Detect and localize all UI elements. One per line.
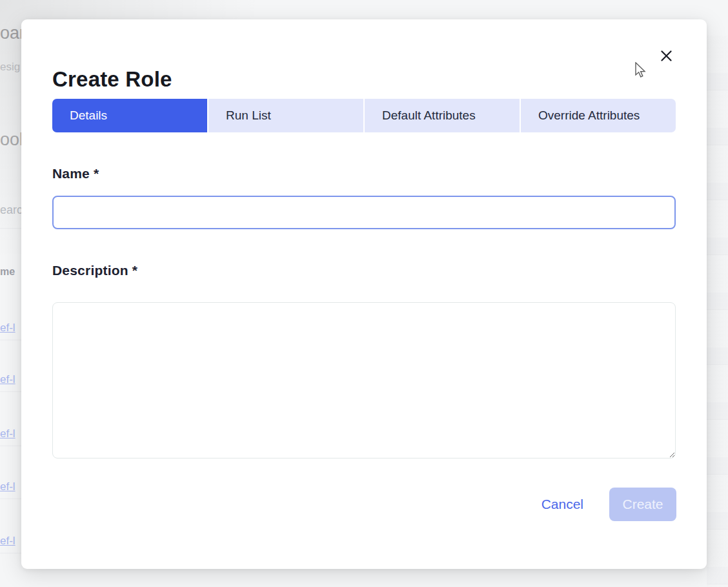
table-row-divider <box>0 553 21 553</box>
modal-tabs: Details Run List Default Attributes Over… <box>52 99 676 132</box>
description-textarea[interactable] <box>52 302 676 458</box>
background-row-link: ef-l <box>0 373 15 386</box>
close-button[interactable] <box>657 48 675 66</box>
tab-run-list[interactable]: Run List <box>208 99 363 132</box>
modal-title: Create Role <box>52 67 172 92</box>
table-row-divider <box>0 340 21 340</box>
background-table-rows-strip <box>707 36 728 587</box>
tab-override-attributes[interactable]: Override Attributes <box>521 99 676 132</box>
tab-details[interactable]: Details <box>52 99 207 132</box>
name-input[interactable] <box>52 196 676 229</box>
cancel-button[interactable]: Cancel <box>541 497 583 512</box>
table-row-divider <box>0 391 21 392</box>
table-row-divider <box>0 228 21 229</box>
background-row-link: ef-l <box>0 535 15 548</box>
table-row-divider <box>0 499 21 499</box>
background-row-link: ef-l <box>0 427 15 440</box>
background-subheading-fragment: esig <box>0 61 20 74</box>
background-row-link: ef-l <box>0 480 15 493</box>
modal-footer: Cancel Create <box>541 488 676 521</box>
close-icon <box>661 50 672 63</box>
table-row-divider <box>0 446 21 446</box>
background-column-header-fragment: me <box>0 266 15 278</box>
tab-default-attributes[interactable]: Default Attributes <box>365 99 520 132</box>
name-label: Name * <box>52 166 99 181</box>
create-button[interactable]: Create <box>609 488 676 521</box>
create-role-modal: Create Role Details Run List Default Att… <box>21 19 707 569</box>
background-search-fragment: earc <box>0 203 23 217</box>
description-label: Description * <box>52 263 137 278</box>
background-row-link: ef-l <box>0 322 15 335</box>
